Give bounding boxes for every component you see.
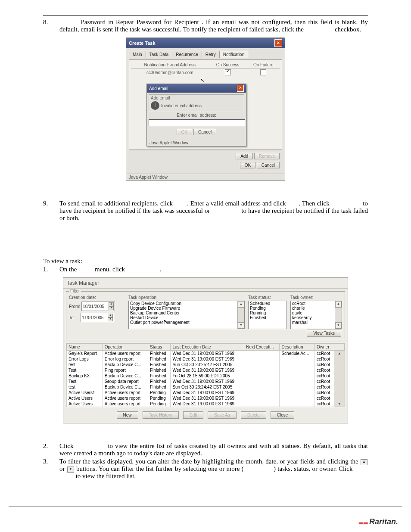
list-item[interactable]: marshall — [291, 320, 342, 325]
col-operation[interactable]: Operation — [103, 344, 148, 351]
table-scroll-cell[interactable] — [334, 356, 345, 362]
tab-recurrence[interactable]: Recurrence — [172, 51, 202, 58]
list-item[interactable]: Finished — [249, 315, 286, 320]
table-row[interactable]: Gayle's ReportActive users reportFinishe… — [67, 351, 345, 357]
add-email-cancel-button[interactable]: Cancel — [193, 129, 216, 135]
v1-a: On the — [59, 266, 78, 273]
scroll-down-icon[interactable]: ▼ — [238, 322, 244, 329]
list-item[interactable]: Restart Device — [129, 315, 244, 320]
warning-icon: ! — [151, 101, 159, 110]
scroll-up-icon[interactable]: ▲ — [335, 301, 342, 308]
list-item[interactable]: Upgrade Device Firmware — [129, 306, 244, 311]
save-as-button[interactable]: Save As — [208, 411, 237, 419]
task-owner-list[interactable]: ccRoot charlie gayle kensearcy marshall … — [290, 301, 342, 329]
table-row[interactable]: Active UsersActive users reportPendingWe… — [67, 395, 345, 401]
tab-task-data[interactable]: Task Data — [146, 51, 172, 58]
view-tasks-button[interactable]: View Tasks — [307, 330, 341, 337]
close-icon[interactable]: × — [237, 85, 244, 92]
spin-down-icon[interactable]: ▼ — [109, 306, 114, 310]
table-scroll-cell[interactable] — [334, 390, 345, 395]
table-scroll-cell[interactable] — [334, 373, 345, 379]
table-scroll-cell[interactable] — [334, 367, 345, 373]
from-date-value: 10/01/2005 — [83, 304, 104, 309]
ok-button[interactable]: OK — [240, 162, 255, 168]
table-cell: ccRoot — [315, 395, 334, 401]
table-scroll-cell[interactable]: ▼ — [334, 401, 345, 407]
col-on-success: On Success — [209, 62, 247, 68]
table-row[interactable]: Active Users1Active users reportPendingW… — [67, 390, 345, 395]
view-step-1: 1. On the Setup menu, click Task Manag . — [43, 266, 368, 273]
scroll-up-icon[interactable]: ▲ — [238, 301, 244, 308]
tab-main[interactable]: Main — [129, 51, 146, 58]
delete-button[interactable]: Delete — [241, 411, 266, 419]
col-status[interactable]: Status — [148, 344, 171, 351]
list-item[interactable]: Pending — [249, 306, 286, 311]
scrollbar[interactable]: ▲ ▼ — [237, 301, 244, 329]
tab-notification[interactable]: Notification — [219, 51, 248, 58]
view-step-3: 3. To filter the tasks displayed, you ca… — [43, 458, 368, 480]
table-scroll-cell[interactable]: ▲ — [334, 351, 345, 357]
spin-down-icon[interactable]: ▼ — [108, 317, 113, 321]
table-row[interactable]: testBackup Device C...FinishedSun Oct 30… — [67, 362, 345, 367]
col-next-exec[interactable]: Next Executi... — [244, 344, 280, 351]
add-email-footnote: Java Applet Window — [147, 140, 246, 146]
table-row[interactable]: Active UsersActive users reportPendingWe… — [67, 401, 345, 407]
v1-c: . — [160, 266, 162, 273]
list-item[interactable]: ccRoot — [291, 301, 342, 306]
on-success-checkbox[interactable] — [225, 69, 231, 75]
table-scroll-cell[interactable] — [334, 384, 345, 390]
task-status-list[interactable]: Scheduled Pending Running Finished — [248, 301, 287, 329]
create-task-footnote: Java Applet Window — [126, 174, 285, 180]
task-history-button[interactable]: Task History — [143, 411, 179, 419]
scrollbar[interactable]: ▲ ▼ — [335, 301, 342, 329]
table-scroll-cell[interactable] — [334, 379, 345, 384]
col-description[interactable]: Description — [280, 344, 315, 351]
edit-button[interactable]: Edit — [183, 411, 203, 419]
close-icon[interactable]: × — [274, 39, 282, 47]
remove-button[interactable]: Remove — [254, 153, 280, 159]
table-cell: Schedule Ac... — [280, 351, 315, 357]
table-row[interactable]: Error LogsError log reportFinishedWed De… — [67, 356, 345, 362]
table-row[interactable]: Backup KXBackup Device C...FinishedFri O… — [67, 373, 345, 379]
add-email-ok-button[interactable]: OK — [177, 129, 192, 135]
task-operation-list[interactable]: Copy Device Configuration Upgrade Device… — [128, 301, 245, 329]
list-item[interactable]: charlie — [291, 306, 342, 311]
list-item[interactable]: Copy Device Configuration — [129, 301, 244, 306]
scroll-down-icon[interactable]: ▼ — [335, 322, 342, 329]
list-item[interactable]: Outlet port power management — [129, 320, 244, 325]
table-row[interactable]: testBackup Device C...FinishedSun Oct 30… — [67, 384, 345, 390]
add-button[interactable]: Add — [236, 153, 253, 159]
cancel-button[interactable]: Cancel — [257, 162, 280, 168]
tasks-table-head: Name Operation Status Last Execution Dat… — [67, 344, 345, 351]
step-8-body: XXXX Password in Repeat Password for Rec… — [59, 19, 368, 33]
raritan-glyph-icon: ≣≣ — [358, 519, 367, 526]
list-item[interactable]: kensearcy — [291, 315, 342, 320]
close-button[interactable]: Close — [271, 411, 295, 419]
add-email-input[interactable] — [149, 119, 245, 126]
col-last-exec[interactable]: Last Execution Date — [171, 344, 244, 351]
table-cell: ccRoot — [315, 390, 334, 395]
table-scroll-cell[interactable] — [334, 362, 345, 367]
on-failure-checkbox[interactable] — [260, 69, 266, 75]
list-item[interactable]: Backup Command Center — [129, 311, 244, 315]
list-item[interactable]: gayle — [291, 311, 342, 315]
col-name[interactable]: Name — [67, 344, 103, 351]
spin-up-icon[interactable]: ▲ — [108, 314, 113, 317]
new-button[interactable]: New — [117, 411, 138, 419]
spin-up-icon[interactable]: ▲ — [109, 302, 114, 306]
from-date-input[interactable]: 10/01/2005▲▼ — [81, 302, 115, 311]
table-row[interactable]: TestPing reportFinishedWed Dec 31 19:00:… — [67, 367, 345, 373]
to-date-input[interactable]: 11/01/2005▲▼ — [81, 313, 114, 322]
raritan-brand: Raritan. — [369, 517, 398, 526]
col-owner[interactable]: Owner — [315, 344, 334, 351]
table-scroll-cell[interactable] — [334, 395, 345, 401]
tab-retry[interactable]: Retry — [202, 51, 220, 58]
raritan-logo: ≣≣ Raritan. — [0, 509, 411, 527]
add-email-title: Add email — [149, 86, 168, 91]
table-row[interactable]: TestGroup data reportFinishedWed Dec 31 … — [67, 379, 345, 384]
view-step-2: 2. Click View Tasks to view the entire l… — [43, 442, 368, 457]
list-item[interactable]: Scheduled — [249, 301, 286, 306]
list-item[interactable]: Running — [249, 311, 286, 315]
add-email-messagebox: Add email ! Invalid email address — [149, 94, 244, 111]
table-cell: Wed Dec 31 19:00:00 EST 1969 — [171, 379, 244, 384]
